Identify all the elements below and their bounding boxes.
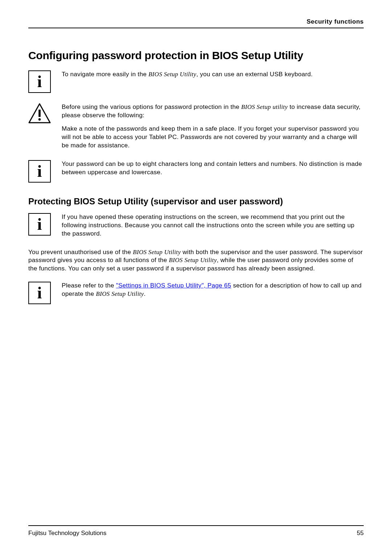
svg-point-2 [38, 118, 41, 121]
footer: Fujitsu Technology Solutions 55 [28, 530, 364, 537]
warning-text: Before using the various options for pas… [62, 103, 364, 150]
footer-rule [28, 525, 364, 526]
body-paragraph: You prevent unauthorised use of the BIOS… [28, 248, 364, 273]
warning-block: Before using the various options for pas… [28, 103, 364, 150]
warning-paragraph-2: Make a note of the passwords and keep th… [62, 125, 364, 150]
text-segment: Your password can be up to eight charact… [62, 160, 364, 177]
info-block-password-length: i Your password can be up to eight chara… [28, 160, 364, 183]
bios-settings-link[interactable]: "Settings in BIOS Setup Utility", Page 6… [116, 282, 231, 289]
info-text-print-recommendation: If you have opened these operating instr… [62, 213, 364, 238]
italic-term: BIOS Setup utility [241, 103, 288, 110]
italic-term: BIOS Setup Utility [169, 257, 217, 264]
info-i-glyph: i [37, 73, 42, 90]
header-section-label: Security functions [28, 18, 364, 25]
header-rule [28, 28, 364, 28]
info-icon: i [28, 282, 51, 304]
text-segment: , you can use an external USB keyboard. [196, 71, 313, 78]
svg-rect-1 [38, 110, 41, 117]
info-icon: i [28, 70, 51, 93]
info-block-navigate: i To navigate more easily in the BIOS Se… [28, 70, 364, 93]
footer-company: Fujitsu Technology Solutions [28, 530, 106, 537]
text-segment: You prevent unauthorised use of the [28, 249, 133, 256]
info-block-reference: i Please refer to the "Settings in BIOS … [28, 282, 364, 304]
info-i-glyph: i [37, 216, 42, 233]
info-icon: i [28, 213, 51, 236]
sub-heading: Protecting BIOS Setup Utility (superviso… [28, 196, 364, 207]
info-block-print-recommendation: i If you have opened these operating ins… [28, 213, 364, 238]
info-i-glyph: i [37, 285, 42, 301]
text-segment: Before using the various options for pas… [62, 103, 241, 110]
text-segment: If you have opened these operating instr… [62, 213, 364, 238]
info-text-password-length: Your password can be up to eight charact… [62, 160, 364, 177]
italic-term: BIOS Setup Utility [148, 71, 196, 78]
italic-term: BIOS Setup Utility [133, 249, 181, 256]
text-segment: . [144, 290, 146, 297]
footer-page-number: 55 [357, 530, 364, 537]
italic-term: BIOS Setup Utility [96, 290, 144, 297]
warning-icon [28, 103, 51, 123]
info-icon: i [28, 160, 51, 183]
info-i-glyph: i [37, 163, 42, 180]
text-segment: Please refer to the [62, 282, 116, 289]
info-text-navigate: To navigate more easily in the BIOS Setu… [62, 70, 313, 79]
main-heading: Configuring password protection in BIOS … [28, 49, 364, 62]
info-text-reference: Please refer to the "Settings in BIOS Se… [62, 282, 364, 298]
text-segment: To navigate more easily in the [62, 71, 148, 78]
